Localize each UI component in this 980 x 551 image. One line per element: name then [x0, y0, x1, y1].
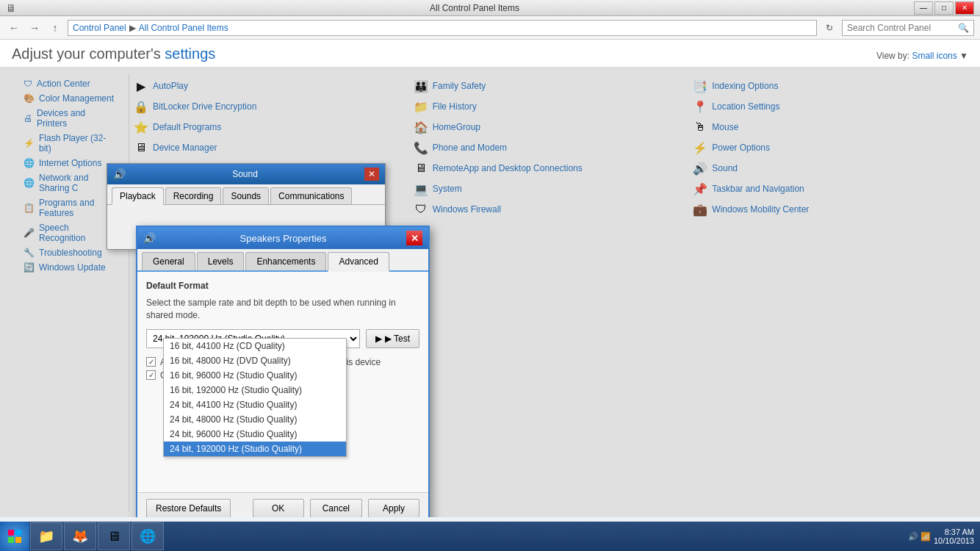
speakers-dialog-icon: 🔊: [143, 232, 156, 244]
sound-tab-recording[interactable]: Recording: [165, 187, 222, 204]
svg-rect-0: [8, 530, 14, 536]
dropdown-item-0[interactable]: 16 bit, 44100 Hz (CD Quality): [164, 339, 346, 353]
speakers-dialog-title: Speakers Properties: [160, 233, 406, 244]
refresh-button[interactable]: ↻: [821, 20, 837, 36]
search-icon: 🔍: [958, 23, 969, 33]
taskbar-time: 8:37 AM: [934, 527, 974, 536]
path-segment-2[interactable]: All Control Panel Items: [139, 23, 228, 33]
dialog-buttons: OK Cancel Apply: [253, 499, 419, 517]
sound-dialog-close[interactable]: ✕: [364, 168, 379, 181]
svg-rect-1: [15, 530, 21, 536]
taskbar-date: 10/10/2013: [934, 536, 974, 545]
svg-rect-3: [15, 537, 21, 543]
path-segment-1[interactable]: Control Panel: [73, 23, 126, 33]
search-box[interactable]: 🔍: [842, 20, 974, 36]
speakers-tab-enhancements[interactable]: Enhancements: [245, 252, 326, 270]
search-input[interactable]: [847, 23, 958, 33]
sound-dialog-title: Sound: [126, 169, 364, 179]
file-explorer-icon: 📁: [38, 528, 54, 544]
main-content: 🛡 Action Center 🎨 Color Management 🖨 Dev…: [0, 68, 980, 517]
taskbar-right: 🔊 📶 8:37 AM 10/10/2013: [908, 527, 980, 545]
sound-tab-communications[interactable]: Communications: [270, 187, 352, 204]
dropdown-item-7[interactable]: 24 bit, 192000 Hz (Studio Quality): [164, 442, 346, 456]
dropdown-item-2[interactable]: 16 bit, 96000 Hz (Studio Quality): [164, 368, 346, 383]
forward-button[interactable]: →: [26, 20, 43, 36]
speakers-tab-advanced[interactable]: Advanced: [328, 252, 389, 272]
maximize-button[interactable]: □: [934, 1, 954, 15]
view-by: View by: Small icons ▼: [876, 51, 968, 61]
control-panel-icon: 🖥: [107, 529, 120, 544]
test-button[interactable]: ▶ ▶ Test: [366, 329, 419, 348]
dropdown-item-4[interactable]: 24 bit, 44100 Hz (Studio Quality): [164, 397, 346, 412]
default-format-desc: Select the sample rate and bit depth to …: [146, 297, 419, 322]
sound-dialog-title-bar: 🔊 Sound ✕: [107, 164, 385, 184]
page-title: Adjust your computer's settings: [12, 46, 215, 62]
format-dropdown-list[interactable]: 16 bit, 44100 Hz (CD Quality) 16 bit, 48…: [163, 338, 347, 457]
svg-rect-2: [8, 537, 14, 543]
restore-defaults-button[interactable]: Restore Defaults: [146, 499, 231, 517]
taskbar: 📁 🦊 🖥 🌐 🔊 📶 8:37 AM 10/10/2013: [0, 522, 980, 551]
address-bar: ← → ↑ Control Panel ▶ All Control Panel …: [0, 16, 980, 40]
speakers-tab-general[interactable]: General: [142, 252, 195, 270]
default-format-label: Default Format: [146, 281, 419, 291]
view-by-link[interactable]: Small icons: [912, 51, 956, 61]
sound-tab-playback[interactable]: Playback: [112, 187, 164, 205]
taskbar-firefox[interactable]: 🦊: [64, 522, 96, 550]
taskbar-item-4-icon: 🌐: [140, 528, 156, 544]
exclusive-checkbox-2[interactable]: [146, 370, 156, 380]
sound-dialog-icon: 🔊: [113, 168, 126, 180]
taskbar-file-explorer[interactable]: 📁: [30, 522, 62, 550]
taskbar-icons: 🔊 📶: [908, 532, 931, 541]
play-icon: ▶: [375, 334, 382, 344]
cancel-button[interactable]: Cancel: [310, 499, 362, 517]
apply-button[interactable]: Apply: [368, 499, 419, 517]
speakers-title-bar: 🔊 Speakers Properties ✕: [137, 227, 428, 249]
start-button[interactable]: [0, 522, 29, 551]
dropdown-item-3[interactable]: 16 bit, 192000 Hz (Studio Quality): [164, 383, 346, 397]
speakers-tabs: General Levels Enhancements Advanced: [137, 249, 428, 272]
dropdown-item-6[interactable]: 24 bit, 96000 Hz (Studio Quality): [164, 427, 346, 442]
back-button[interactable]: ←: [6, 20, 22, 36]
dropdown-item-1[interactable]: 16 bit, 48000 Hz (DVD Quality): [164, 353, 346, 368]
minimize-button[interactable]: —: [914, 1, 933, 15]
speakers-close-button[interactable]: ✕: [406, 231, 422, 245]
taskbar-clock: 8:37 AM 10/10/2013: [934, 527, 974, 545]
ok-button[interactable]: OK: [253, 499, 304, 517]
close-window-button[interactable]: ✕: [955, 1, 974, 15]
address-path[interactable]: Control Panel ▶ All Control Panel Items: [68, 20, 817, 36]
window-title: All Control Panel Items: [35, 3, 914, 13]
speakers-tab-levels[interactable]: Levels: [197, 252, 245, 270]
sound-tab-sounds[interactable]: Sounds: [223, 187, 269, 204]
up-button[interactable]: ↑: [47, 20, 63, 36]
speakers-footer: Restore Defaults OK Cancel Apply: [137, 492, 428, 517]
page-header: Adjust your computer's settings View by:…: [0, 40, 980, 68]
title-bar: 🖥 All Control Panel Items — □ ✕: [0, 0, 980, 16]
exclusive-checkbox-1[interactable]: [146, 357, 156, 367]
firefox-icon: 🦊: [72, 528, 88, 544]
dropdown-item-5[interactable]: 24 bit, 48000 Hz (Studio Quality): [164, 412, 346, 427]
sound-dialog-tabs: Playback Recording Sounds Communications: [107, 184, 385, 205]
taskbar-item-4[interactable]: 🌐: [131, 522, 164, 550]
window-controls: — □ ✕: [914, 1, 974, 15]
taskbar-control-panel[interactable]: 🖥: [98, 522, 130, 550]
